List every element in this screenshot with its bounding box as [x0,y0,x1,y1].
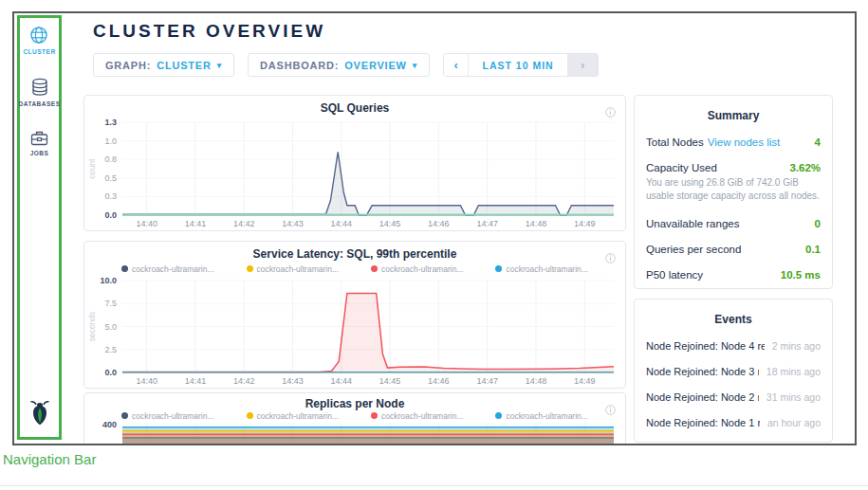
legend-item: cockroach-ultramarin... [121,411,213,421]
event-time: 2 mins ago [772,340,821,352]
summary-value: 0.1 [805,244,821,255]
svg-text:14:40: 14:40 [136,376,157,386]
cockroach-logo[interactable] [28,399,52,429]
event-text: Node Rejoined: Node 2 rej... [646,391,759,403]
main-content: CLUSTER OVERVIEW GRAPH: CLUSTER ▾ DASHBO… [64,13,855,444]
graph-dropdown[interactable]: GRAPH: CLUSTER ▾ [93,53,234,77]
svg-text:14:48: 14:48 [526,376,547,386]
summary-label: Queries per second [646,244,741,255]
view-nodes-link[interactable]: View nodes list [708,136,781,148]
page-title: CLUSTER OVERVIEW [93,21,325,42]
sidebar-item-label: CLUSTER [23,48,55,55]
svg-text:10.0: 10.0 [100,276,117,285]
svg-text:14:42: 14:42 [233,376,255,386]
event-time: an hour ago [767,417,821,428]
legend-item: cockroach-ultramarin... [247,411,339,421]
svg-text:14:49: 14:49 [574,376,596,386]
svg-text:14:45: 14:45 [379,376,401,386]
info-icon[interactable] [605,250,616,261]
info-icon[interactable] [605,104,616,115]
svg-text:14:46: 14:46 [428,219,450,228]
sql-queries-chart: 14:4014:4114:4214:4314:4414:4514:4614:47… [84,117,625,230]
event-time: 18 mins ago [766,366,821,377]
svg-text:1.0: 1.0 [104,136,117,146]
dashboard-dropdown-label: DASHBOARD: [260,60,339,71]
svg-text:14:45: 14:45 [379,219,401,228]
event-time: 31 mins ago [766,391,821,403]
svg-text:14:42: 14:42 [233,219,255,228]
event-text: Node Rejoined: Node 4 rej... [646,340,765,352]
svg-text:14:48: 14:48 [526,219,547,228]
service-latency-panel: Service Latency: SQL, 99th percentile co… [83,241,626,389]
summary-row-p50: P50 latency 10.5 ms [646,269,821,281]
chart-legend: cockroach-ultramarin...cockroach-ultrama… [84,263,625,275]
divider [0,485,868,486]
summary-value: 0 [815,218,821,229]
sidebar-item-databases[interactable]: DATABASES [19,78,61,107]
svg-text:14:43: 14:43 [282,376,304,386]
globe-icon [29,26,48,45]
replicas-per-node-panel: Replicas per Node cockroach-ultramarin..… [83,392,626,445]
svg-text:14:43: 14:43 [282,219,304,228]
chevron-down-icon: ▾ [413,61,417,70]
svg-text:14:47: 14:47 [476,219,498,228]
svg-text:14:47: 14:47 [476,376,498,386]
time-prev-button[interactable]: ‹ [444,54,469,76]
capacity-note: You are using 26.8 GiB of 742.0 GiB usab… [646,176,822,202]
svg-text:14:41: 14:41 [185,376,207,386]
legend-item: cockroach-ultramarin... [247,264,339,274]
info-icon[interactable] [605,402,616,412]
sidebar-item-jobs[interactable]: JOBS [30,130,49,156]
svg-text:14:46: 14:46 [428,376,450,386]
summary-label: Capacity Used [646,162,717,173]
event-row: Node Rejoined: Node 4 rej... 2 mins ago [646,340,821,352]
chart-title: SQL Queries [84,101,625,117]
svg-text:count: count [87,158,97,178]
summary-panel: Summary Total NodesView nodes list 4 Cap… [634,95,833,289]
time-range-label[interactable]: LAST 10 MIN [469,54,567,76]
events-title: Events [646,313,821,326]
replicas-per-node-chart: 400 [84,421,625,445]
svg-text:0.8: 0.8 [104,154,117,164]
summary-row-qps: Queries per second 0.1 [646,244,821,255]
legend-item: cockroach-ultramarin... [371,411,463,421]
svg-text:14:40: 14:40 [136,219,157,228]
legend-item: cockroach-ultramarin... [371,264,463,274]
event-text: Node Rejoined: Node 1 rej... [646,417,760,428]
chevron-down-icon: ▾ [217,61,222,70]
dashboard-dropdown-value: OVERVIEW [344,60,407,71]
sidebar-item-label: DATABASES [19,100,61,107]
app-window: CLUSTER DATABASES JOB [12,11,857,445]
sidebar-item-label: JOBS [30,150,49,156]
chart-title: Service Latency: SQL, 99th percentile [84,247,625,263]
dashboard-dropdown[interactable]: DASHBOARD: OVERVIEW ▾ [248,53,430,77]
cockroach-icon [28,399,52,426]
right-column: Summary Total NodesView nodes list 4 Cap… [634,95,833,443]
controls-row: GRAPH: CLUSTER ▾ DASHBOARD: OVERVIEW ▾ ‹… [93,53,599,77]
summary-row-capacity: Capacity Used 3.62% [646,162,821,173]
svg-text:14:41: 14:41 [185,219,207,228]
event-row: Node Rejoined: Node 2 rej... 31 mins ago [646,391,821,403]
svg-text:0.0: 0.0 [104,368,117,377]
annotation-label: Navigation Bar [3,451,96,467]
event-row: Node Rejoined: Node 3 rej... 18 mins ago [646,366,821,377]
graph-dropdown-value: CLUSTER [157,60,212,71]
time-next-button[interactable]: › [567,54,598,76]
svg-text:5.0: 5.0 [104,322,117,332]
chart-legend: cockroach-ultramarin...cockroach-ultrama… [84,410,625,421]
svg-text:14:44: 14:44 [331,219,353,228]
svg-text:0.3: 0.3 [104,191,117,201]
summary-row-total-nodes: Total NodesView nodes list 4 [646,136,821,148]
event-text: Node Rejoined: Node 3 rej... [646,366,759,377]
summary-row-unavailable-ranges: Unavailable ranges 0 [646,218,821,229]
svg-text:14:49: 14:49 [574,219,596,228]
databases-icon [31,78,48,97]
legend-item: cockroach-ultramarin... [495,411,587,421]
summary-label: Unavailable ranges [646,218,739,229]
summary-value: 4 [815,136,821,148]
summary-label: Total Nodes [646,136,704,148]
sidebar-item-cluster[interactable]: CLUSTER [23,26,55,55]
summary-label: P50 latency [646,269,703,281]
charts-column: SQL Queries 14:4014:4114:4214:4314:4414:… [83,95,626,445]
sql-queries-panel: SQL Queries 14:4014:4114:4214:4314:4414:… [83,95,626,231]
